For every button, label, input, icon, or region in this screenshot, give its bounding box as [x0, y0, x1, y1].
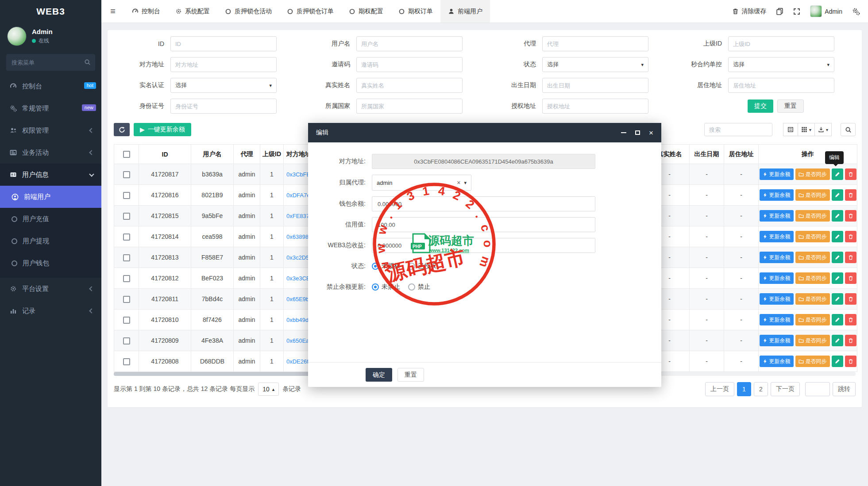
modal-reset-button[interactable]: 重置	[397, 368, 424, 382]
sidebar-item-general[interactable]: 常规管理 new	[0, 97, 101, 119]
sidebar-item-permissions[interactable]: 权限管理	[0, 119, 101, 142]
sidebar-item-console[interactable]: 控制台 hot	[0, 75, 101, 97]
edit-button[interactable]	[832, 189, 843, 201]
filter-agent-input[interactable]	[547, 41, 644, 47]
refresh-button[interactable]	[114, 123, 130, 136]
copy-icon[interactable]	[776, 8, 783, 15]
sync-button[interactable]: 是否同步	[795, 210, 830, 222]
edit-button[interactable]	[832, 168, 843, 180]
sync-button[interactable]: 是否同步	[795, 189, 830, 201]
sync-button[interactable]: 是否同步	[795, 231, 830, 242]
address-link[interactable]: 0xDFA7e	[286, 192, 310, 199]
tab-option-config[interactable]: 期权配置	[341, 0, 391, 23]
update-balance-button[interactable]: 更新余额	[760, 356, 794, 367]
update-balance-button[interactable]: 更新余额	[760, 272, 794, 284]
tab-system-config[interactable]: 系统配置	[168, 0, 217, 23]
tab-frontend-users[interactable]: 前端用户	[440, 0, 490, 23]
filter-id-input[interactable]	[175, 41, 272, 47]
sidebar-item-records[interactable]: 记录	[0, 300, 101, 322]
per-page-select[interactable]: 10 ▴	[258, 383, 279, 396]
address-link[interactable]: 0x63898	[286, 233, 309, 240]
row-checkbox[interactable]	[123, 358, 130, 365]
update-balance-button[interactable]: 更新余额	[760, 210, 794, 222]
sidebar-item-user-recharge[interactable]: 用户充值	[0, 208, 101, 230]
tab-stake-orders[interactable]: 质押锁仓订单	[279, 0, 341, 23]
filter-id-card-input[interactable]	[175, 103, 272, 110]
submit-button[interactable]: 提交	[748, 99, 773, 113]
edit-button[interactable]	[832, 314, 843, 325]
edit-button[interactable]	[832, 252, 843, 263]
filter-kyc-select[interactable]: 选择▾	[170, 78, 277, 93]
delete-button[interactable]	[845, 356, 856, 367]
filter-auth-address-input[interactable]	[547, 103, 644, 110]
edit-button[interactable]	[832, 335, 843, 346]
row-checkbox[interactable]	[123, 337, 130, 344]
sync-button[interactable]: 是否同步	[795, 314, 830, 325]
fullscreen-icon[interactable]	[793, 8, 800, 15]
filter-address-input[interactable]	[175, 61, 272, 68]
filter-residence-input[interactable]	[733, 82, 829, 89]
advanced-search-button[interactable]	[841, 123, 856, 136]
tab-stake-activity[interactable]: 质押锁仓活动	[217, 0, 279, 23]
delete-button[interactable]	[845, 293, 856, 305]
jump-button[interactable]: 跳转	[833, 382, 856, 396]
filter-contract-control-select[interactable]: 选择▾	[728, 57, 834, 72]
maximize-icon[interactable]	[635, 130, 640, 135]
edit-button[interactable]	[832, 293, 843, 305]
delete-button[interactable]	[845, 252, 856, 263]
radio-unauthorized[interactable]: 未授权	[372, 262, 400, 270]
row-checkbox[interactable]	[123, 275, 130, 282]
row-checkbox[interactable]	[123, 317, 130, 324]
page-button-1[interactable]: 1	[737, 382, 751, 396]
update-balance-button[interactable]: 更新余额	[760, 293, 794, 305]
update-balance-button[interactable]: 更新余额	[760, 252, 794, 263]
columns-button[interactable]: ▾	[798, 123, 815, 136]
sync-button[interactable]: 是否同步	[795, 168, 830, 180]
detail-view-button[interactable]	[783, 123, 798, 136]
filter-username-input[interactable]	[361, 41, 458, 47]
next-page-button[interactable]: 下一页	[771, 382, 800, 396]
row-checkbox[interactable]	[123, 171, 130, 178]
sync-button[interactable]: 是否同步	[795, 356, 830, 367]
edit-button[interactable]	[832, 210, 843, 222]
edit-button[interactable]	[832, 272, 843, 284]
filter-status-select[interactable]: 选择▾	[542, 57, 648, 72]
row-checkbox[interactable]	[123, 213, 130, 220]
radio-authorized[interactable]: 已授权	[408, 262, 436, 270]
delete-button[interactable]	[845, 189, 856, 201]
delete-button[interactable]	[845, 210, 856, 222]
filter-parent-id-input[interactable]	[733, 41, 829, 47]
delete-button[interactable]	[845, 314, 856, 325]
sidebar-item-business[interactable]: 业务活动	[0, 142, 101, 164]
delete-button[interactable]	[845, 231, 856, 242]
sync-button[interactable]: 是否同步	[795, 272, 830, 284]
edit-button[interactable]	[832, 231, 843, 242]
delete-button[interactable]	[845, 335, 856, 346]
menu-search-input[interactable]	[6, 54, 95, 71]
row-checkbox[interactable]	[123, 233, 130, 241]
prev-page-button[interactable]: 上一页	[705, 382, 734, 396]
sync-button[interactable]: 是否同步	[795, 335, 830, 346]
modal-agent-select[interactable]: admin × ▾	[372, 175, 471, 191]
edit-button[interactable]	[832, 356, 843, 367]
update-balance-button[interactable]: 更新余额	[760, 168, 794, 180]
select-all-checkbox[interactable]	[123, 151, 130, 158]
delete-button[interactable]	[845, 272, 856, 284]
export-button[interactable]: ▾	[814, 123, 832, 136]
sidebar-item-frontend-users[interactable]: 前端用户	[0, 186, 101, 208]
update-balance-button[interactable]: 更新余额	[760, 314, 794, 325]
clear-icon[interactable]: ×	[457, 179, 460, 186]
radio-forbidden[interactable]: 禁止	[408, 283, 430, 291]
filter-country-input[interactable]	[361, 103, 458, 110]
modal-balance-input[interactable]	[372, 196, 595, 211]
sidebar-item-userinfo[interactable]: 用户信息	[0, 164, 101, 186]
modal-credit-input[interactable]	[372, 217, 595, 232]
address-link[interactable]: 0x65E9b	[286, 296, 309, 302]
close-icon[interactable]: ×	[649, 129, 653, 137]
update-balance-button[interactable]: 更新余额	[760, 335, 794, 346]
update-balance-button[interactable]: 更新余额	[760, 231, 794, 242]
filter-invite-code-input[interactable]	[361, 61, 458, 68]
filter-birth-date-input[interactable]	[547, 82, 644, 89]
table-search-input[interactable]	[704, 123, 772, 136]
page-button-2[interactable]: 2	[754, 382, 768, 396]
